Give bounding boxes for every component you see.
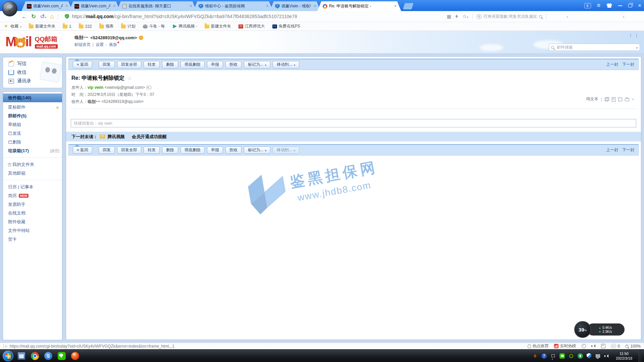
sidebar-app[interactable]: 在线文档 [3, 209, 62, 218]
note-icon[interactable] [611, 97, 615, 101]
browser-tab[interactable]: 在线客服系统- 聊天窗口 [117, 1, 197, 11]
browser-tab[interactable]: 维权中心 - 鉴黑担保网 [193, 1, 273, 11]
start-button[interactable] [3, 351, 13, 361]
sidebar-action[interactable]: 通讯录 [3, 77, 62, 85]
account-nav-link[interactable]: 换肤 [109, 42, 117, 48]
url-bar[interactable]: https://mail.qq.com/cgi-bin/frame_html?s… [62, 12, 443, 20]
search-suggestion-box[interactable]: S 叮咚买菜致歉:死鱼充活鱼属实 [477, 14, 542, 19]
close-icon[interactable] [638, 2, 641, 9]
bookmark-item[interactable]: 222 [79, 24, 92, 29]
mail-action-button[interactable]: 删除 [162, 146, 178, 154]
mail-search-box[interactable] [549, 44, 640, 51]
extension-icon[interactable]: 译 [579, 14, 584, 19]
mail-action-button[interactable]: 标记为... [244, 61, 270, 68]
prev-mail-link[interactable]: 上一封 [606, 62, 618, 67]
mail-action-button[interactable]: 回复 [99, 61, 115, 68]
sidebar-folder[interactable]: 收件箱(140) [3, 94, 62, 102]
url-text[interactable]: https://mail.qq.com/cgi-bin/frame_html?s… [72, 14, 297, 19]
tab-close-icon[interactable] [189, 4, 193, 9]
next-unread-from[interactable]: 腾讯视频 [107, 134, 125, 140]
sidebar-app[interactable]: 文件中转站 [3, 226, 62, 235]
browser-tab[interactable]: Re: 申请账号解除锁定 - [317, 1, 401, 11]
mail-action-button[interactable]: 举报 [207, 146, 223, 154]
user-avatar[interactable] [2, 1, 17, 16]
speed-ball[interactable]: 39% [574, 321, 591, 338]
sidebar-action[interactable]: 收信 [3, 68, 62, 77]
bookmark-star-icon[interactable]: ☆▾ [462, 13, 468, 19]
sidebar-action[interactable]: 写信 [3, 59, 62, 68]
quick-reply-input[interactable] [71, 119, 636, 127]
bookmark-item[interactable]: 报表 [99, 23, 114, 29]
chrome-icon[interactable] [31, 352, 39, 360]
sidebar-folder[interactable]: 我的文件夹 [3, 160, 62, 169]
tab-close-icon[interactable] [64, 4, 69, 9]
empty-trash-link[interactable]: [清空] [50, 148, 59, 154]
help-icon[interactable] [541, 353, 547, 359]
mail-action-button[interactable]: 标记为... [244, 146, 270, 154]
bookmark-item[interactable]: 江西师范大 [238, 23, 265, 29]
orange-app-icon[interactable] [71, 352, 79, 360]
home-icon[interactable]: ⌂ [50, 13, 54, 19]
mail-action-button[interactable]: 回复全部 [117, 61, 141, 68]
bookmark-item[interactable]: 斗鱼 - 每 [143, 23, 165, 29]
extension-icon[interactable]: W [616, 14, 622, 19]
tray-expand-icon[interactable] [550, 353, 556, 359]
extension-icon[interactable] [569, 14, 575, 19]
taskbar-clock[interactable]: 11:50 2022/3/18 [616, 351, 632, 361]
sidebar-app[interactable]: 贺卡 [3, 235, 62, 244]
status-item[interactable]: 实时热榜 [554, 343, 576, 349]
show-desktop-button[interactable] [639, 350, 642, 362]
sidebar-folder[interactable]: 已发送 [3, 129, 62, 138]
green-audio-icon[interactable] [578, 353, 583, 359]
bookmark-item[interactable]: 新建文件夹 [205, 23, 231, 29]
minimize-icon[interactable] [618, 5, 622, 6]
plain-text-toggle[interactable]: 纯文本 [586, 96, 598, 102]
status-item[interactable]: 热点推荐 [528, 343, 549, 349]
next-unread-subject[interactable]: 会员开通成功提醒 [132, 134, 167, 140]
browser-tab[interactable]: 德赢Vwin - 维权中心 - [270, 1, 321, 11]
account-nav-link[interactable]: 设置- [96, 42, 109, 48]
wechat-icon[interactable] [58, 352, 66, 360]
security-manager-icon[interactable] [587, 353, 591, 359]
mail-search-input[interactable] [556, 45, 634, 50]
copy-icon[interactable] [605, 97, 609, 101]
sidebar-folder[interactable]: 星标邮件 [3, 103, 62, 112]
bookmark-item[interactable]: 免费在线PS [272, 23, 300, 29]
extension-icon[interactable] [588, 14, 594, 19]
tab-close-icon[interactable] [112, 4, 117, 9]
bookmark-item[interactable]: 计划 [121, 23, 136, 29]
extension-icon[interactable] [635, 14, 641, 19]
search-icon[interactable] [539, 15, 542, 18]
account-nav-link[interactable]: 邮箱首页| [74, 42, 96, 48]
tab-close-icon[interactable] [313, 4, 317, 9]
sidebar-folder[interactable]: 其他邮箱 [3, 169, 62, 178]
mail-action-button[interactable]: 拒收 [225, 61, 241, 68]
security-shield-icon[interactable] [65, 14, 69, 19]
next-mail-link[interactable]: 下一封 [622, 147, 634, 153]
info-icon[interactable] [139, 36, 143, 40]
sidebar-folder[interactable]: 草稿箱 [3, 120, 62, 129]
search-suggestion-text[interactable]: 叮咚买菜致歉:死鱼充活鱼属实 [484, 14, 537, 19]
browser-tab[interactable]: 德赢Vwin.com_AC米兰 [69, 1, 120, 11]
status-item[interactable] [591, 344, 596, 348]
header-link[interactable] [634, 33, 639, 38]
qr-grid-icon[interactable]: ▦ [447, 14, 451, 19]
mail-action-button[interactable]: 彻底删除 [180, 61, 205, 68]
prev-mail-link[interactable]: 上一封 [606, 147, 618, 153]
maximize-icon[interactable] [628, 4, 632, 7]
back-button[interactable]: « 返回 [73, 146, 92, 154]
collapse-icon[interactable] [631, 98, 635, 100]
menu-icon[interactable] [597, 2, 601, 9]
tab-close-icon[interactable] [393, 4, 398, 9]
mail-action-button[interactable]: 移动到... [273, 61, 299, 68]
bookmark-item[interactable]: 腾讯视频 - [172, 23, 197, 29]
tab-close-icon[interactable] [265, 4, 270, 9]
sidebar-app[interactable]: 简历 NEW [3, 191, 62, 200]
contact-card-icon[interactable] [147, 86, 151, 89]
status-item[interactable]: 0 [611, 344, 620, 349]
wechat-tray-icon[interactable] [559, 353, 565, 359]
new-tab-button[interactable] [403, 3, 414, 9]
mail-action-button[interactable]: 举报 [207, 61, 223, 68]
refresh-icon[interactable]: ↻ [31, 14, 36, 19]
browser-tab[interactable]: 德赢Vwin.com_AC米兰 [21, 1, 72, 11]
